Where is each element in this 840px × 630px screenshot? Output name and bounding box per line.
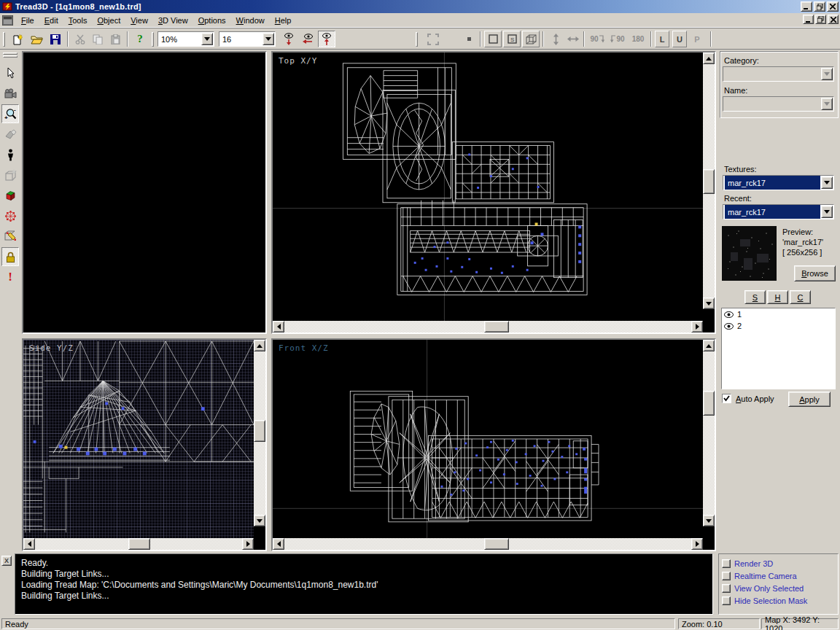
hide-left-button[interactable]: [299, 31, 316, 47]
textures-combobox[interactable]: mar_rck17: [723, 175, 834, 190]
vertex-tool-button[interactable]: [1, 206, 19, 225]
camera-tool-button[interactable]: [1, 84, 19, 103]
unlock-button[interactable]: U: [672, 31, 687, 47]
textures-dropdown-icon[interactable]: [821, 176, 833, 189]
view-only-selected-option[interactable]: View Only Selected: [722, 582, 835, 594]
brush-primitive-tool-button[interactable]: [1, 186, 19, 205]
close-icon[interactable]: [827, 1, 839, 12]
menu-3d-view[interactable]: 3D View: [153, 15, 193, 26]
viewport-front-hscroll-thumb[interactable]: [484, 538, 509, 550]
apply-texture-tool-button[interactable]: [1, 125, 19, 144]
auto-apply-checkbox[interactable]: [722, 394, 731, 403]
mdi-close-icon[interactable]: [828, 15, 839, 24]
open-file-button[interactable]: [28, 31, 45, 47]
new-file-button[interactable]: [9, 31, 26, 47]
dot-button[interactable]: [462, 31, 475, 47]
viewport-side-hscroll-thumb[interactable]: [128, 538, 150, 550]
viewport-top[interactable]: Top X/Y: [271, 51, 716, 334]
log-close-button[interactable]: X: [1, 556, 12, 566]
name-combobox[interactable]: [723, 96, 834, 112]
palette-grip[interactable]: [3, 52, 18, 55]
help-button[interactable]: ?: [131, 31, 149, 47]
viewport-top-hscroll[interactable]: [273, 321, 703, 332]
recent-combobox[interactable]: mar_rck17: [723, 204, 834, 219]
viewport-top-vscroll-thumb[interactable]: [703, 169, 715, 194]
browse-button[interactable]: Browse: [794, 265, 836, 281]
menu-tools[interactable]: Tools: [63, 15, 93, 26]
lock-x-button[interactable]: L: [655, 31, 669, 47]
mdi-minimize-icon[interactable]: [803, 15, 814, 24]
hide-button[interactable]: H: [767, 290, 788, 304]
layer-listbox[interactable]: 1 2: [721, 308, 836, 389]
minimize-icon[interactable]: [801, 1, 812, 12]
menu-object[interactable]: Object: [92, 15, 125, 26]
problem-check-button[interactable]: !: [1, 268, 19, 287]
layer-list-item[interactable]: 1: [722, 308, 835, 320]
viewport-front[interactable]: Front X/Z: [271, 338, 716, 551]
grid-dropdown-icon[interactable]: [262, 33, 274, 45]
viewport-top-vscroll[interactable]: [703, 52, 715, 309]
entity-tool-button[interactable]: [1, 145, 19, 164]
palette-grip-2[interactable]: [3, 55, 18, 58]
toolbar-grip-2[interactable]: [152, 32, 154, 47]
menu-edit[interactable]: Edit: [39, 15, 63, 26]
view-only-selected-checkbox[interactable]: [722, 584, 731, 593]
mdi-document-icon[interactable]: [2, 15, 13, 26]
solid-box-button[interactable]: S: [503, 31, 521, 47]
copy-button[interactable]: [89, 31, 106, 47]
p-button[interactable]: P: [690, 31, 704, 47]
wireframe-box-button[interactable]: [484, 31, 502, 47]
rotate-90-ccw-button[interactable]: 90: [608, 31, 627, 47]
new-brush-tool-button[interactable]: [1, 166, 19, 184]
toolbar-grip-3[interactable]: [416, 32, 418, 47]
show-button[interactable]: S: [744, 290, 766, 304]
menu-file[interactable]: File: [16, 15, 39, 26]
viewport-3d[interactable]: [22, 51, 267, 334]
hide-down-button[interactable]: [280, 31, 298, 47]
select-tool-button[interactable]: [1, 63, 19, 82]
save-button[interactable]: [47, 31, 64, 47]
restore-icon[interactable]: [814, 1, 825, 12]
toolbar-grip[interactable]: [3, 32, 5, 47]
viewport-side[interactable]: Side Y/Z: [22, 338, 267, 551]
realtime-camera-checkbox[interactable]: [722, 572, 731, 580]
render-3d-checkbox[interactable]: [722, 559, 731, 568]
zoom-dropdown-icon[interactable]: [201, 33, 213, 45]
menu-view[interactable]: View: [125, 15, 153, 26]
maximize-viewport-button[interactable]: [424, 31, 442, 47]
layer-list-item[interactable]: 2: [722, 320, 835, 332]
grid-size-combobox[interactable]: 16: [219, 31, 276, 47]
flip-vertical-button[interactable]: [547, 31, 564, 47]
viewport-side-hscroll[interactable]: [23, 538, 254, 550]
viewport-side-vscroll-thumb[interactable]: [254, 420, 265, 442]
render-3d-option[interactable]: Render 3D: [722, 557, 835, 569]
menu-options[interactable]: Options: [193, 15, 231, 26]
face-edit-tool-button[interactable]: [1, 227, 19, 246]
paste-button[interactable]: [106, 31, 124, 47]
menu-window[interactable]: Window: [231, 15, 270, 26]
category-combobox[interactable]: [723, 66, 834, 82]
viewport-side-vscroll[interactable]: [254, 340, 265, 526]
lock-tool-button[interactable]: [1, 247, 19, 266]
auto-apply-label[interactable]: Auto Apply: [736, 394, 774, 403]
apply-button[interactable]: Apply: [788, 392, 831, 407]
textured-box-button[interactable]: [522, 31, 540, 47]
title-bar[interactable]: Tread3D - [1q1mon8_new1b.trd]: [0, 0, 840, 13]
viewport-front-hscroll[interactable]: [273, 538, 703, 550]
name-dropdown-icon[interactable]: [821, 98, 833, 110]
show-up-button[interactable]: [318, 31, 335, 47]
recent-dropdown-icon[interactable]: [821, 206, 833, 218]
hide-selection-mask-checkbox[interactable]: [722, 596, 731, 605]
realtime-camera-option[interactable]: Realtime Camera: [722, 569, 835, 582]
zoom-tool-button[interactable]: +-: [1, 104, 19, 123]
hide-selection-mask-option[interactable]: Hide Selection Mask: [722, 594, 835, 607]
category-dropdown-icon[interactable]: [821, 68, 833, 80]
rotate-180-button[interactable]: 180: [629, 31, 648, 47]
clear-button[interactable]: C: [790, 290, 811, 304]
cut-button[interactable]: [71, 31, 89, 47]
viewport-top-hscroll-thumb[interactable]: [484, 321, 509, 332]
flip-horizontal-button[interactable]: [564, 31, 582, 47]
zoom-combobox[interactable]: 10%: [158, 31, 214, 47]
mdi-restore-icon[interactable]: [815, 15, 826, 24]
viewport-front-vscroll-thumb[interactable]: [703, 391, 715, 416]
